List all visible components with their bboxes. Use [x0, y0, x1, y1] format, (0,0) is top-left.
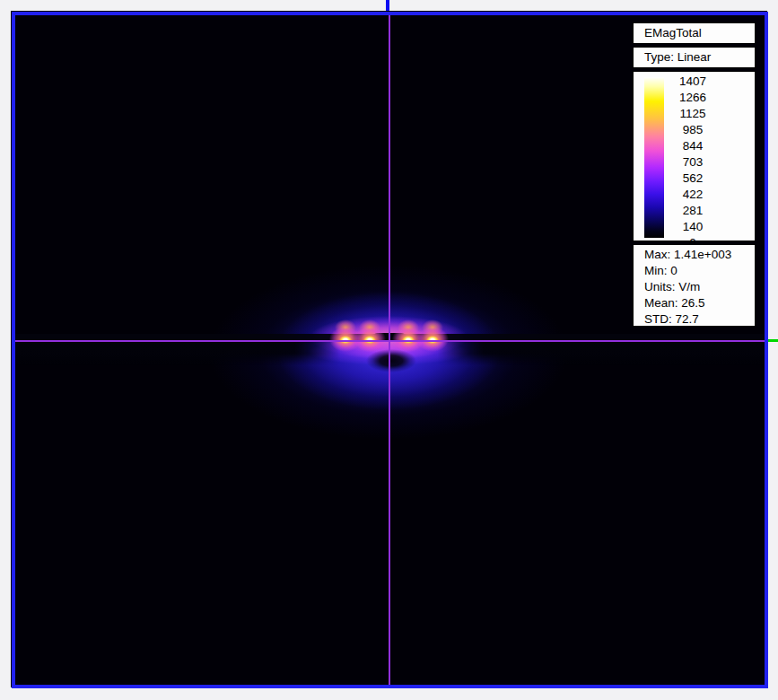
stat-line-min: Min: 0: [644, 263, 755, 279]
colorbar-tick-label: 140: [657, 219, 729, 235]
crosshair-horizontal-line: [15, 340, 765, 342]
colorbar-tick-label: 281: [657, 203, 729, 219]
field-slot-hotspot-4: [416, 316, 449, 355]
colorbar-tick-label: 844: [657, 138, 729, 154]
stat-line-max: Max: 1.41e+003: [644, 247, 755, 263]
field-dark-wedge-right: [438, 342, 765, 365]
colorbar-tick-label: 1266: [657, 90, 729, 106]
legend-title-box: EMagTotal: [633, 22, 756, 44]
field-plot-area[interactable]: EMagTotal Type: Linear 1407 1266 1125 98…: [15, 15, 765, 685]
legend-type-label: Type: Linear: [644, 50, 711, 64]
legend-type-box: Type: Linear: [633, 47, 756, 68]
legend-stats-box: Max: 1.41e+003 Min: 0 Units: V/m Mean: 2…: [633, 244, 756, 327]
crosshair-vertical-line: [389, 15, 390, 685]
colorbar-tick-label: 562: [657, 171, 729, 187]
colorbar-tick-label: 422: [657, 187, 729, 203]
legend-title: EMagTotal: [644, 26, 702, 39]
colorbar-tick-labels: 1407 1266 1125 985 844 703 562 422 281 1…: [657, 74, 729, 242]
legend-scale-box: 1407 1266 1125 985 844 703 562 422 281 1…: [633, 71, 756, 241]
plot-frame: EMagTotal Type: Linear 1407 1266 1125 98…: [12, 12, 768, 688]
cursor-right-tick: [768, 339, 778, 342]
app-canvas: EMagTotal Type: Linear 1407 1266 1125 98…: [0, 0, 778, 700]
cursor-top-tick: [386, 0, 389, 12]
colorbar-tick-label: 1407: [657, 74, 729, 90]
stat-line-units: Units: V/m: [644, 279, 755, 295]
stat-line-std: STD: 72.7: [644, 311, 755, 328]
field-dark-wedge-left: [15, 342, 340, 365]
colorbar-tick-label: 703: [657, 154, 729, 171]
stat-line-mean: Mean: 26.5: [644, 295, 755, 311]
colorbar-tick-label: 985: [657, 122, 729, 138]
field-slot-hotspot-2: [354, 316, 386, 355]
colorbar-tick-label: 1125: [657, 106, 729, 122]
